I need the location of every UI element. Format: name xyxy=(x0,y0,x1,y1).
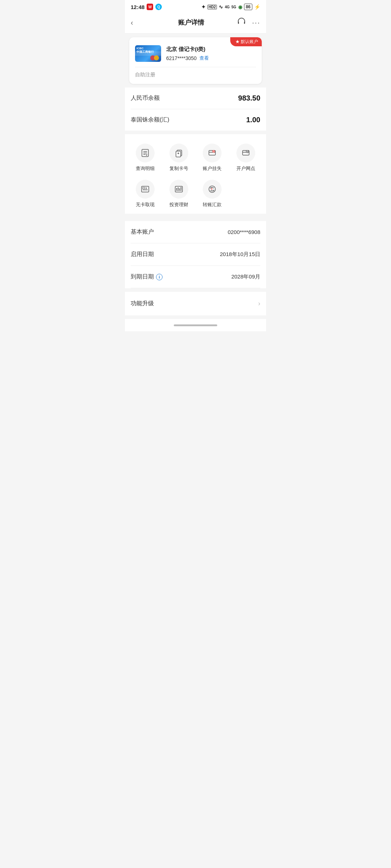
balance-thb-label: 泰国铢余额(汇) xyxy=(131,116,169,124)
status-left: 12:48 W Q xyxy=(131,4,162,10)
action-grid-row1: ¥ 查询明细 复制卡号 xyxy=(129,141,262,174)
svg-text:¥: ¥ xyxy=(146,154,147,156)
home-indicator xyxy=(174,324,217,326)
bottom-bar xyxy=(125,319,266,331)
action-account-suspend-label: 账户挂失 xyxy=(203,165,222,172)
expire-date-value: 2028年09月 xyxy=(231,273,260,280)
action-investment-label: 投资理财 xyxy=(169,201,188,208)
expire-date-row: 到期日期 i 2028年09月 xyxy=(131,266,260,288)
card-view-link[interactable]: 查看 xyxy=(199,55,209,61)
action-account-suspend[interactable]: 账户挂失 xyxy=(196,141,229,174)
chevron-right-icon: › xyxy=(258,300,260,307)
card-info: ICBC中国工商银行 北京 借记卡(I类) 6217****3050 查看 xyxy=(135,45,256,62)
svg-point-17 xyxy=(247,151,248,152)
wifi-icon: ∿ xyxy=(219,4,223,10)
action-open-branch[interactable]: 开户网点 xyxy=(229,141,263,174)
action-copy-card[interactable]: 复制卡号 xyxy=(162,141,196,174)
cardless-withdraw-icon: ¥ xyxy=(136,180,155,199)
svg-rect-19 xyxy=(142,186,149,192)
signal-4g-icon: 4G xyxy=(225,5,230,9)
svg-rect-21 xyxy=(143,190,148,190)
svg-text:¥: ¥ xyxy=(211,188,213,190)
action-transfer-label: 转账汇款 xyxy=(203,201,222,208)
balance-thb-value: 1.00 xyxy=(246,116,260,124)
battery-icon: 86 xyxy=(244,4,252,10)
transfer-icon: ¥ xyxy=(203,180,222,199)
card-number-row: 6217****3050 查看 xyxy=(166,55,256,61)
basic-account-label: 基本账户 xyxy=(131,228,154,236)
nav-actions: ··· xyxy=(237,17,260,28)
action-investment[interactable]: 投资理财 xyxy=(162,178,196,210)
copy-card-icon xyxy=(169,144,188,162)
weibo-icon: W xyxy=(147,4,153,10)
action-query-detail[interactable]: ¥ 查询明细 xyxy=(129,141,162,174)
basic-account-value: 0200****6908 xyxy=(228,229,260,235)
balance-rmb-row: 人民币余额 983.50 xyxy=(131,88,260,109)
action-query-detail-label: 查询明细 xyxy=(136,165,155,172)
start-date-row: 启用日期 2018年10月15日 xyxy=(131,243,260,266)
action-section: ¥ 查询明细 复制卡号 xyxy=(125,134,266,214)
balance-rmb-value: 983.50 xyxy=(238,94,260,102)
feature-upgrade-label: 功能升级 xyxy=(131,300,154,307)
shield-icon: ◉ xyxy=(238,4,242,10)
expire-date-label: 到期日期 i xyxy=(131,273,163,281)
default-account-badge: ★ 默认账户 xyxy=(230,37,262,46)
open-branch-icon xyxy=(236,144,255,162)
customer-service-icon[interactable] xyxy=(237,17,246,28)
balance-rmb-label: 人民币余额 xyxy=(131,94,160,102)
svg-rect-20 xyxy=(143,187,145,189)
bluetooth-icon: ✦ xyxy=(201,4,206,10)
svg-text:¥: ¥ xyxy=(146,187,147,190)
section-divider-2 xyxy=(125,214,266,217)
action-copy-card-label: 复制卡号 xyxy=(169,165,188,172)
action-transfer[interactable]: ¥ 转账汇款 xyxy=(196,178,229,210)
action-open-branch-label: 开户网点 xyxy=(236,165,255,172)
start-date-label: 启用日期 xyxy=(131,251,154,258)
page-title: 账户详情 xyxy=(178,18,204,27)
signal-5g-icon: 5G xyxy=(231,5,236,9)
status-icons: ✦ HD2 ∿ 4G 5G ◉ 86 ⚡ xyxy=(201,4,260,10)
basic-account-row: 基本账户 0200****6908 xyxy=(131,221,260,243)
status-bar: 12:48 W Q ✦ HD2 ∿ 4G 5G ◉ 86 ⚡ xyxy=(125,0,266,12)
query-detail-icon: ¥ xyxy=(136,144,155,162)
status-time: 12:48 xyxy=(131,4,144,10)
balance-section: 人民币余额 983.50 泰国铢余额(汇) 1.00 xyxy=(125,88,266,131)
section-divider-1 xyxy=(125,131,266,134)
action-grid-row2: ¥ 无卡取现 投资理财 xyxy=(129,178,262,210)
card-reg-type: 自助注册 xyxy=(135,67,256,78)
action-cardless-withdraw-label: 无卡取现 xyxy=(136,201,155,208)
nav-bar: ‹ 账户详情 ··· xyxy=(125,12,266,34)
card-number: 6217****3050 xyxy=(166,55,197,61)
start-date-value: 2018年10月15日 xyxy=(220,251,260,258)
lightning-icon: ⚡ xyxy=(254,4,260,10)
more-menu-button[interactable]: ··· xyxy=(252,18,260,27)
card-section: ★ 默认账户 ICBC中国工商银行 北京 借记卡(I类) 6217****305… xyxy=(129,37,262,84)
hd2-icon: HD2 xyxy=(207,5,217,9)
qq-icon: Q xyxy=(155,4,162,10)
card-name: 北京 借记卡(I类) xyxy=(166,46,256,53)
action-cardless-withdraw[interactable]: ¥ 无卡取现 xyxy=(129,178,162,210)
card-details: 北京 借记卡(I类) 6217****3050 查看 xyxy=(166,46,256,61)
info-section: 基本账户 0200****6908 启用日期 2018年10月15日 到期日期 … xyxy=(125,221,266,288)
account-suspend-icon xyxy=(203,144,222,162)
expire-date-info-icon[interactable]: i xyxy=(156,274,163,280)
investment-icon xyxy=(169,180,188,199)
balance-thb-row: 泰国铢余额(汇) 1.00 xyxy=(131,109,260,131)
bank-card-image: ICBC中国工商银行 xyxy=(135,45,161,62)
back-button[interactable]: ‹ xyxy=(131,18,145,27)
feature-upgrade-row[interactable]: 功能升级 › xyxy=(125,292,266,315)
